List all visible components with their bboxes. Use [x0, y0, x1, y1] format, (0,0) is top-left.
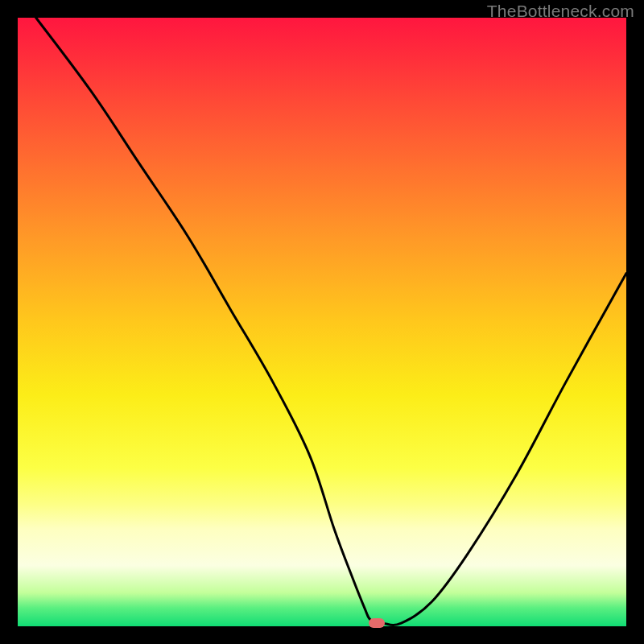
bottleneck-curve [18, 18, 626, 626]
plot-area [18, 18, 626, 626]
chart-frame: TheBottleneck.com [0, 0, 644, 644]
optimum-marker [369, 618, 385, 628]
